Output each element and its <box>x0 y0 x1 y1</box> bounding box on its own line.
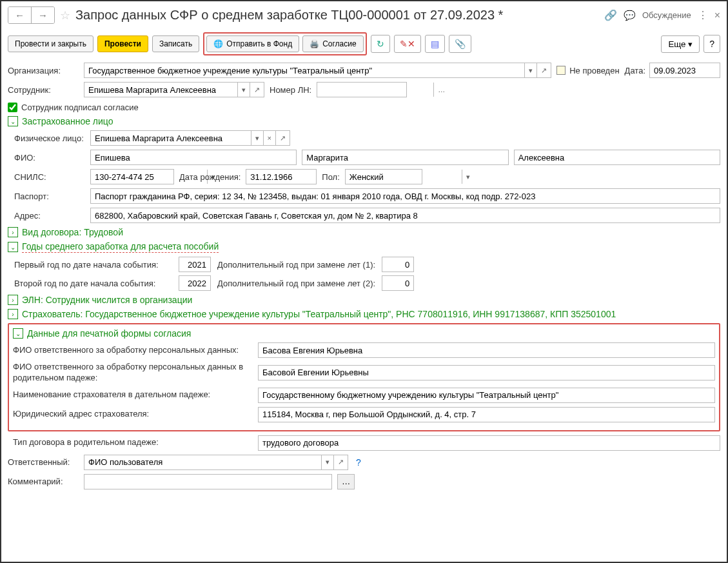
more-button[interactable]: Еще ▾ <box>661 35 700 53</box>
year1-input[interactable] <box>179 257 211 272</box>
responsible-label: Ответственный: <box>8 457 79 467</box>
org-dropdown[interactable]: ▾ <box>524 63 536 77</box>
sex-input[interactable] <box>346 170 462 184</box>
comment-label: Комментарий: <box>8 477 79 486</box>
insured-section-header[interactable]: ⌄ Застрахованное лицо <box>8 116 720 126</box>
refresh-button[interactable]: ↻ <box>371 35 390 53</box>
collapse-icon: ⌄ <box>8 242 18 252</box>
consent-signed-checkbox[interactable] <box>8 103 17 112</box>
surname-input[interactable] <box>90 150 297 165</box>
expand-icon: › <box>8 295 18 305</box>
eln-section[interactable]: › ЭЛН: Сотрудник числится в организации <box>8 295 720 305</box>
date-label: Дата: <box>625 66 645 75</box>
attachment-button[interactable]: 📎 <box>449 35 471 53</box>
responsible-dropdown[interactable]: ▾ <box>321 455 333 469</box>
save-button[interactable]: Записать <box>152 35 199 52</box>
responsible-open[interactable]: ↗ <box>333 455 348 469</box>
contract-gen-label: Тип договора в родительном падеже: <box>13 437 251 448</box>
comment-input[interactable] <box>84 474 332 489</box>
insurer-dat-label: Наименование страхователя в дательном па… <box>13 390 251 400</box>
resp-input[interactable] <box>258 342 715 358</box>
patronymic-input[interactable] <box>514 150 720 165</box>
help-button[interactable]: ? <box>703 35 720 53</box>
resp-gen-label: ФИО ответственного за обработку персонал… <box>13 362 251 384</box>
send-to-fund-button[interactable]: 🌐Отправить в Фонд <box>206 35 299 52</box>
printer-icon: 🖨️ <box>310 39 319 48</box>
sex-label: Пол: <box>322 172 340 182</box>
page-title: Запрос данных СФР о среднем заработке ТЦ… <box>75 8 600 23</box>
passport-input[interactable] <box>90 188 720 204</box>
snils-label: СНИЛС: <box>14 172 85 182</box>
resp-label: ФИО ответственного за обработку персонал… <box>13 345 251 356</box>
org-open[interactable]: ↗ <box>536 63 551 77</box>
date-input[interactable] <box>650 63 728 77</box>
phys-open[interactable]: ↗ <box>275 131 290 145</box>
employee-dropdown[interactable]: ▾ <box>237 83 250 97</box>
responsible-input[interactable] <box>84 455 321 469</box>
star-icon[interactable]: ☆ <box>60 8 70 23</box>
ln-ellipsis[interactable]: … <box>433 83 449 97</box>
address-label: Адрес: <box>14 211 85 221</box>
year1-label: Первый год по дате начала события: <box>14 260 172 270</box>
contract-gen-input[interactable] <box>258 435 720 451</box>
passport-label: Паспорт: <box>14 192 85 201</box>
globe-icon: 🌐 <box>213 39 223 48</box>
name-input[interactable] <box>302 150 508 165</box>
comment-ellipsis[interactable]: … <box>337 474 355 489</box>
fio-label: ФИО: <box>14 153 85 163</box>
phys-label: Физическое лицо: <box>14 133 85 143</box>
menu-icon[interactable]: ⋮ <box>698 9 708 21</box>
sex-dropdown[interactable]: ▾ <box>462 170 474 184</box>
highlighted-toolbar-group: 🌐Отправить в Фонд 🖨️Согласие <box>203 32 367 55</box>
back-button[interactable]: ← <box>8 7 32 23</box>
document-button[interactable]: ▤ <box>425 35 445 53</box>
help-icon[interactable]: ? <box>356 457 361 468</box>
collapse-icon: ⌄ <box>13 328 23 339</box>
consent-signed-label: Сотрудник подписал согласие <box>21 103 139 112</box>
addyear1-label: Дополнительный год при замене лет (1): <box>217 260 375 270</box>
org-input[interactable] <box>84 63 524 77</box>
year2-input[interactable] <box>179 275 211 291</box>
expand-icon: › <box>8 227 18 237</box>
discuss-label[interactable]: Обсуждение <box>642 10 691 20</box>
addyear2-input[interactable] <box>382 275 414 291</box>
phys-dropdown[interactable]: ▾ <box>251 131 263 145</box>
nav-buttons: ← → <box>8 6 55 24</box>
post-button[interactable]: Провести <box>97 35 148 52</box>
consent-button[interactable]: 🖨️Согласие <box>302 35 364 52</box>
employee-open[interactable]: ↗ <box>250 83 264 97</box>
chat-icon[interactable]: 💬 <box>624 10 636 21</box>
link-icon[interactable]: 🔗 <box>604 9 617 21</box>
edit-status-button[interactable]: ✎✕ <box>394 35 421 53</box>
year2-label: Второй год по дате начала события: <box>14 279 172 288</box>
insurer-section[interactable]: › Страхователь: Государственное бюджетно… <box>8 309 720 319</box>
contract-section[interactable]: › Вид договора: Трудовой <box>8 227 720 237</box>
legal-addr-label: Юридический адрес страхователя: <box>13 409 251 420</box>
collapse-icon: ⌄ <box>8 116 18 126</box>
forward-button[interactable]: → <box>32 7 54 23</box>
resp-gen-input[interactable] <box>258 365 715 380</box>
legal-addr-input[interactable] <box>258 407 715 422</box>
address-input[interactable] <box>90 208 720 223</box>
phys-clear[interactable]: × <box>263 131 275 145</box>
close-icon[interactable]: × <box>714 10 720 21</box>
employee-label: Сотрудник: <box>8 85 79 95</box>
consent-form-header[interactable]: ⌄ Данные для печатной формы согласия <box>13 328 715 339</box>
not-posted-label: Не проведен <box>569 66 619 75</box>
consent-form-block: ⌄ Данные для печатной формы согласия ФИО… <box>8 323 720 431</box>
phys-input[interactable] <box>91 131 251 145</box>
ln-label: Номер ЛН: <box>270 85 311 95</box>
post-close-button[interactable]: Провести и закрыть <box>8 35 93 52</box>
insurer-dat-input[interactable] <box>258 388 715 403</box>
years-section-header[interactable]: ⌄ Годы среднего заработка для расчета по… <box>8 241 720 253</box>
ln-input[interactable] <box>317 83 433 97</box>
expand-icon: › <box>8 309 18 319</box>
org-label: Организация: <box>8 66 79 75</box>
addyear1-input[interactable] <box>382 257 414 272</box>
employee-input[interactable] <box>84 83 237 97</box>
addyear2-label: Дополнительный год при замене лет (2): <box>217 279 375 288</box>
not-posted-icon <box>556 66 566 75</box>
dob-label: Дата рождения: <box>179 172 241 182</box>
